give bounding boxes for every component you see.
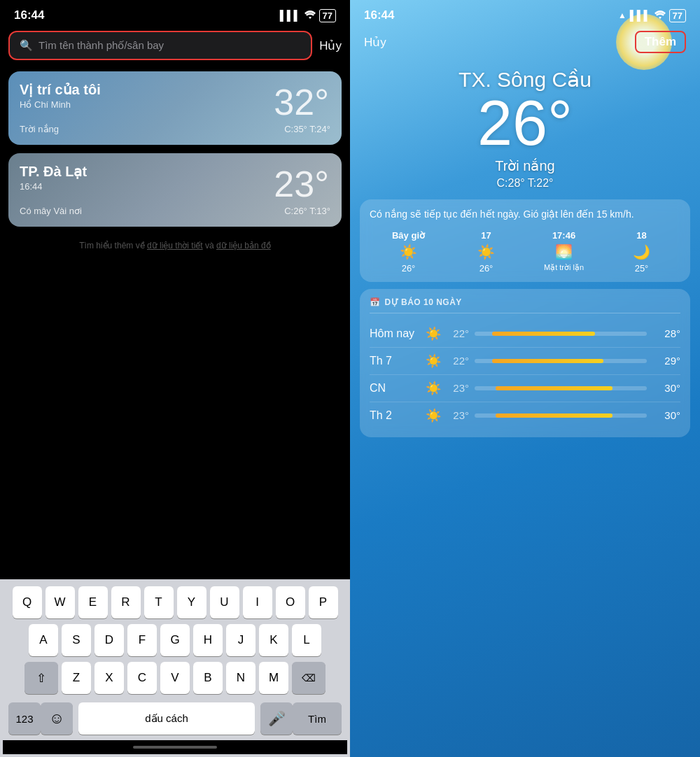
forecast-row-1: Th 7 ☀️ 22° 29° bbox=[370, 348, 680, 375]
nav-icon: ▲ bbox=[618, 10, 626, 20]
forecast-icon-0: ☀️ bbox=[426, 326, 441, 341]
forecast-row-0: Hôm nay ☀️ 22° 28° bbox=[370, 320, 680, 348]
hour-item-0: Bây giờ ☀️ 26° bbox=[370, 230, 447, 274]
key-n[interactable]: N bbox=[226, 662, 255, 694]
forecast-bar-1 bbox=[492, 359, 604, 363]
key-e[interactable]: E bbox=[78, 586, 108, 618]
forecast-bar-3 bbox=[496, 413, 612, 418]
hour-item-1: 17 ☀️ 26° bbox=[447, 230, 525, 274]
key-r[interactable]: R bbox=[111, 586, 141, 618]
hour-temp-3: 25° bbox=[635, 263, 649, 274]
forecast-icon-3: ☀️ bbox=[426, 408, 441, 423]
home-indicator-left bbox=[133, 746, 217, 749]
weather-card-dalat[interactable]: TP. Đà Lạt 16:44 23° Có mây Vài nơi C:26… bbox=[8, 153, 342, 227]
key-k[interactable]: K bbox=[259, 624, 288, 656]
key-123[interactable]: 123 bbox=[8, 702, 41, 735]
battery-left: 77 bbox=[319, 9, 336, 22]
key-b[interactable]: B bbox=[193, 662, 223, 694]
cancel-button-left[interactable]: Hủy bbox=[319, 38, 342, 53]
forecast-row-2: CN ☀️ 23° 30° bbox=[370, 375, 680, 402]
forecast-low-1: 22° bbox=[441, 355, 469, 367]
key-g[interactable]: G bbox=[160, 624, 190, 656]
status-icons-right: ▲ ▌▌▌ 77 bbox=[618, 9, 686, 22]
map-data-link[interactable]: dữ liệu bản đồ bbox=[216, 241, 271, 250]
hour-temp-2: Mặt trời lặn bbox=[544, 263, 584, 272]
key-search-submit[interactable]: Tìm bbox=[293, 702, 342, 735]
key-s[interactable]: S bbox=[62, 624, 91, 656]
key-q[interactable]: Q bbox=[13, 586, 42, 618]
calendar-icon: 📅 bbox=[370, 297, 381, 307]
key-a[interactable]: A bbox=[29, 624, 58, 656]
battery-right: 77 bbox=[669, 9, 686, 22]
right-panel: 16:44 ▲ ▌▌▌ 77 Hủy Thêm TX. Sông Cầu bbox=[350, 0, 700, 757]
info-text: Tìm hiểu thêm về dữ liệu thời tiết và dữ… bbox=[14, 241, 336, 250]
search-placeholder: Tìm tên thành phố/sân bay bbox=[38, 39, 164, 52]
forecast-high-1: 29° bbox=[652, 355, 680, 367]
forecast-bar-0 bbox=[492, 332, 596, 336]
key-u[interactable]: U bbox=[210, 586, 239, 618]
hour-temp-0: 26° bbox=[402, 263, 416, 274]
key-w[interactable]: W bbox=[46, 586, 75, 618]
card-range-0: C:35° T:24° bbox=[284, 124, 330, 134]
forecast-bar-wrap-2 bbox=[475, 386, 647, 390]
signal-icon-left: ▌▌▌ bbox=[280, 10, 301, 21]
key-t[interactable]: T bbox=[144, 586, 174, 618]
key-z[interactable]: Z bbox=[62, 662, 91, 694]
search-icon: 🔍 bbox=[20, 39, 33, 52]
status-icons-left: ▌▌▌ 77 bbox=[280, 9, 336, 22]
forecast-day-3: Th 2 bbox=[370, 409, 426, 422]
key-j[interactable]: J bbox=[226, 624, 255, 656]
city-range: C:28° T:22° bbox=[350, 177, 700, 190]
weather-card-my-location[interactable]: Vị trí của tôi Hồ Chí Minh 32° Trời nắng… bbox=[8, 71, 342, 145]
forecast-row-3: Th 2 ☀️ 23° 30° bbox=[370, 402, 680, 429]
hour-icon-3: 🌙 bbox=[633, 243, 650, 260]
key-y[interactable]: Y bbox=[177, 586, 206, 618]
key-i[interactable]: I bbox=[243, 586, 272, 618]
forecast-day-1: Th 7 bbox=[370, 355, 426, 367]
key-c[interactable]: C bbox=[127, 662, 157, 694]
wifi-icon-right bbox=[654, 10, 666, 21]
card-temp-0: 32° bbox=[274, 81, 329, 123]
hourly-forecast-card: Có nắng sẽ tiếp tục đến hết ngày. Gió gi… bbox=[360, 199, 690, 282]
key-emoji[interactable]: ☺ bbox=[41, 702, 73, 735]
status-bar-left: 16:44 ▌▌▌ 77 bbox=[0, 0, 350, 28]
hour-label-1: 17 bbox=[481, 230, 491, 241]
forecast-low-3: 23° bbox=[441, 409, 469, 421]
forecast-high-2: 30° bbox=[652, 382, 680, 394]
key-h[interactable]: H bbox=[193, 624, 223, 656]
key-backspace[interactable]: ⌫ bbox=[292, 662, 326, 694]
add-button-right[interactable]: Thêm bbox=[635, 31, 686, 53]
hour-item-3: 18 🌙 25° bbox=[603, 230, 680, 274]
card-range-1: C:26° T:13° bbox=[284, 206, 330, 216]
key-m[interactable]: M bbox=[259, 662, 288, 694]
cancel-button-right[interactable]: Hủy bbox=[364, 35, 386, 50]
hour-icon-0: ☀️ bbox=[400, 243, 417, 260]
weather-data-link[interactable]: dữ liệu thời tiết bbox=[147, 241, 203, 250]
keyboard-row-3: ⇧ Z X C V B N M ⌫ bbox=[3, 662, 347, 694]
ten-day-label: DỰ BÁO 10 NGÀY bbox=[385, 297, 462, 307]
ten-day-forecast-card: 📅 DỰ BÁO 10 NGÀY Hôm nay ☀️ 22° 28° Th 7… bbox=[360, 289, 690, 437]
key-d[interactable]: D bbox=[94, 624, 124, 656]
hour-label-3: 18 bbox=[636, 230, 646, 241]
search-box[interactable]: 🔍 Tìm tên thành phố/sân bay bbox=[8, 31, 312, 60]
key-mic[interactable]: 🎤 bbox=[260, 702, 293, 735]
key-space[interactable]: dấu cách bbox=[78, 702, 255, 735]
hour-icon-2: 🌅 bbox=[555, 243, 573, 260]
forecast-low-0: 22° bbox=[441, 327, 469, 339]
forecast-icon-2: ☀️ bbox=[426, 381, 441, 396]
wifi-icon-left bbox=[304, 10, 316, 21]
top-nav-right: Hủy Thêm bbox=[350, 28, 700, 60]
key-v[interactable]: V bbox=[160, 662, 190, 694]
hour-label-0: Bây giờ bbox=[392, 230, 425, 241]
signal-icon-right: ▌▌▌ bbox=[630, 10, 651, 21]
keyboard: Q W E R T Y U I O P A S D F G H J K L ⇧ … bbox=[0, 579, 350, 757]
left-panel: 16:44 ▌▌▌ 77 🔍 Tìm tên thành phố/sân bay… bbox=[0, 0, 350, 757]
key-o[interactable]: O bbox=[276, 586, 305, 618]
key-shift[interactable]: ⇧ bbox=[24, 662, 58, 694]
key-l[interactable]: L bbox=[292, 624, 321, 656]
key-f[interactable]: F bbox=[127, 624, 157, 656]
forecast-description: Có nắng sẽ tiếp tục đến hết ngày. Gió gi… bbox=[370, 208, 680, 222]
forecast-bar-2 bbox=[496, 386, 612, 390]
key-p[interactable]: P bbox=[309, 586, 338, 618]
key-x[interactable]: X bbox=[94, 662, 124, 694]
